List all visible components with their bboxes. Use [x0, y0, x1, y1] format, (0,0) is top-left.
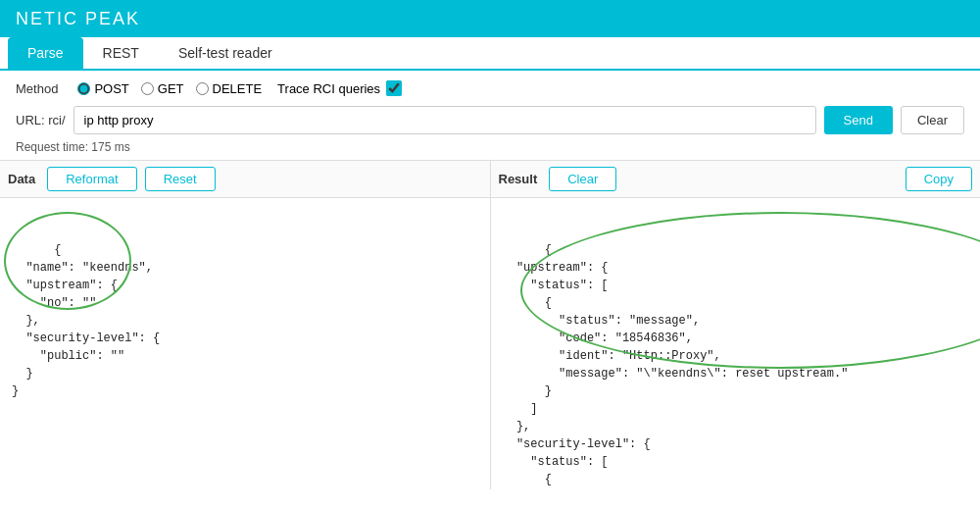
reset-button[interactable]: Reset [145, 167, 216, 191]
method-label: Method [16, 81, 58, 96]
tab-parse[interactable]: Parse [8, 37, 83, 69]
url-input[interactable] [74, 106, 816, 134]
top-bar: NETIC PEAK [0, 0, 980, 37]
result-copy-button[interactable]: Copy [906, 167, 972, 191]
method-post[interactable]: POST [77, 81, 128, 96]
tabs-bar: Parse REST Self-test reader [0, 37, 980, 71]
panels: Data Reformat Reset { "name": "keendns",… [0, 160, 980, 489]
result-panel-content[interactable]: { "upstream": { "status": [ { "status": … [491, 198, 981, 489]
method-post-label: POST [94, 81, 128, 96]
request-time: Request time: 175 ms [0, 138, 980, 160]
data-panel: Data Reformat Reset { "name": "keendns",… [0, 161, 491, 489]
logo-part2: PEAK [85, 9, 140, 28]
method-delete[interactable]: DELETE [196, 81, 263, 96]
method-get[interactable]: GET [141, 81, 184, 96]
data-panel-header: Data Reformat Reset [0, 161, 490, 198]
send-button[interactable]: Send [824, 106, 893, 134]
logo: NETIC PEAK [16, 9, 140, 29]
result-panel: Result Clear Copy { "upstream": { "statu… [491, 161, 981, 489]
method-row: Method POST GET DELETE Trace RCI queries [0, 71, 980, 102]
tab-rest[interactable]: REST [83, 37, 159, 69]
url-prefix: URL: rci/ [16, 113, 66, 128]
trace-rci-label[interactable]: Trace RCI queries [277, 80, 402, 96]
result-clear-button[interactable]: Clear [549, 167, 616, 191]
method-radio-group: POST GET DELETE [77, 81, 262, 96]
result-panel-header: Result Clear Copy [491, 161, 981, 198]
data-panel-content[interactable]: { "name": "keendns", "upstream": { "no":… [0, 198, 490, 489]
trace-label-text: Trace RCI queries [277, 81, 380, 96]
reformat-button[interactable]: Reformat [47, 167, 136, 191]
tab-self-test[interactable]: Self-test reader [159, 37, 292, 69]
url-row: URL: rci/ Send Clear [0, 102, 980, 138]
method-delete-label: DELETE [213, 81, 263, 96]
result-panel-title: Result [499, 172, 538, 186]
data-panel-title: Data [8, 172, 35, 186]
result-content-text: { "upstream": { "status": [ { "status": … [503, 243, 926, 489]
data-content-text: { "name": "keendns", "upstream": { "no":… [12, 243, 160, 398]
trace-rci-checkbox[interactable] [386, 80, 402, 96]
logo-part1: NETIC [16, 9, 78, 28]
method-get-label: GET [158, 81, 184, 96]
clear-url-button[interactable]: Clear [901, 106, 964, 134]
